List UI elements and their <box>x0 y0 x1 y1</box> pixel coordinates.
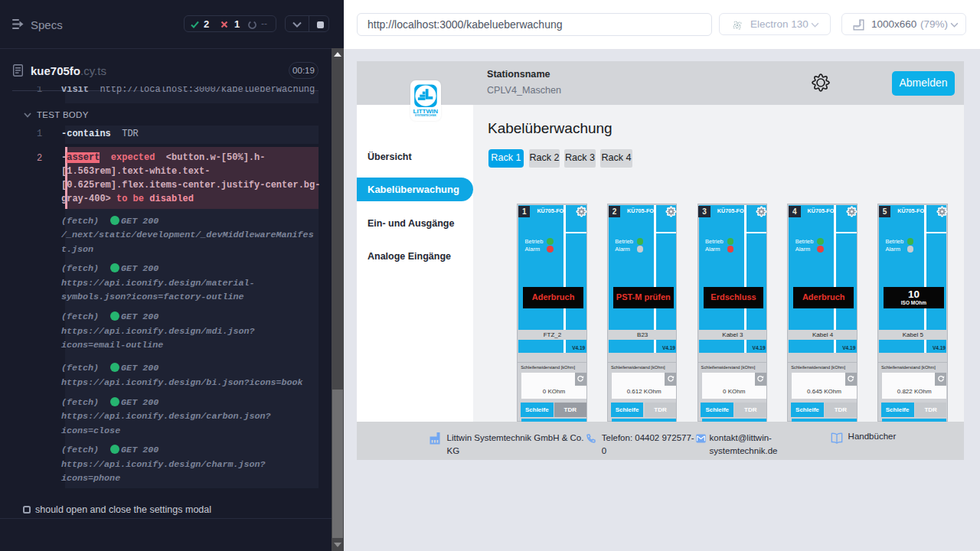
svg-text:SYSTEMTECHNIK: SYSTEMTECHNIK <box>415 113 437 116</box>
